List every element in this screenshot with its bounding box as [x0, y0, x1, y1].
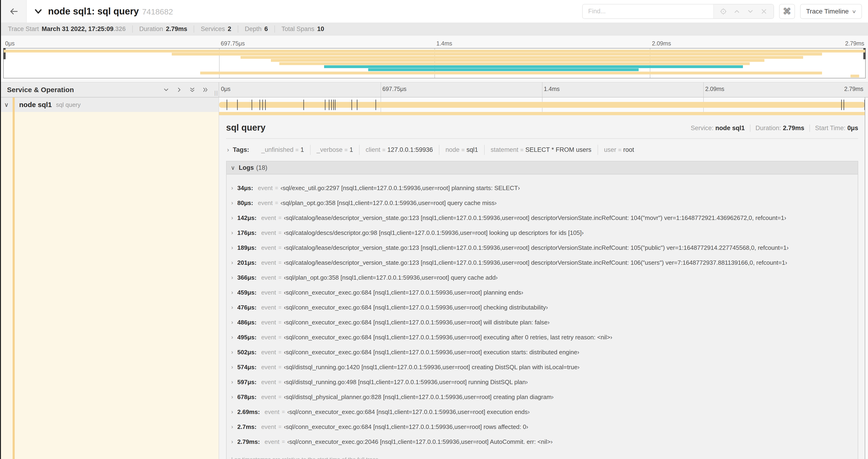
span-service-name: node sql1	[19, 101, 52, 109]
log-timestamp: 2.79ms:	[237, 438, 260, 446]
log-row[interactable]: ›80μs:event=‹sql/plan_opt.go:358 [nsql1,…	[226, 195, 858, 210]
log-field-key: event	[261, 393, 276, 401]
log-row[interactable]: ›34μs:event=‹sql/exec_util.go:2297 [nsql…	[226, 181, 858, 195]
log-field-key: event	[261, 274, 276, 281]
trace-collapse-chevron-icon[interactable]	[34, 7, 43, 16]
span-operation-name: sql query	[56, 101, 81, 108]
expand-one-icon[interactable]	[176, 86, 183, 93]
log-expand-chevron-icon: ›	[231, 304, 233, 311]
focus-match-icon[interactable]	[717, 6, 729, 17]
log-equals: =	[276, 215, 284, 221]
log-field-value: ‹sql/distsql_running.go:498 [nsql1,clien…	[284, 379, 528, 386]
log-row[interactable]: ›201μs:event=‹sql/catalog/lease/descript…	[226, 255, 858, 270]
log-equals: =	[276, 289, 284, 296]
log-equals: =	[276, 394, 284, 400]
log-row[interactable]: ›476μs:event=‹sql/conn_executor_exec.go:…	[226, 300, 858, 315]
back-button[interactable]	[1, 0, 27, 23]
log-field-key: event	[261, 379, 276, 386]
chevron-down-icon: ∨	[852, 9, 856, 14]
collapse-one-icon[interactable]	[163, 86, 169, 93]
log-row[interactable]: ›597μs:event=‹sql/distsql_running.go:498…	[226, 374, 858, 390]
span-collapse-chevron-icon[interactable]: ∨	[4, 101, 12, 108]
prev-match-icon[interactable]	[731, 6, 743, 17]
minimap-span-bar	[279, 62, 750, 65]
logs-header[interactable]: ∨ Logs (18)	[226, 161, 858, 174]
log-row[interactable]: ›2.7ms:event=‹sql/conn_executor_exec.go:…	[226, 419, 858, 434]
span-row-name-cell[interactable]: ∨ node sql1 sql query	[1, 97, 219, 112]
log-row[interactable]: ›486μs:event=‹sql/conn_executor_exec.go:…	[226, 315, 858, 330]
column-resize-handle[interactable]: ||	[214, 90, 218, 96]
expand-all-icon[interactable]	[202, 86, 209, 93]
log-row[interactable]: ›189μs:event=‹sql/catalog/lease/descript…	[226, 240, 858, 255]
log-field-value: ‹sql/distsql_running.go:1420 [nsql1,clie…	[284, 364, 579, 371]
span-duration-bar[interactable]	[219, 102, 865, 108]
log-field-key: event	[261, 304, 276, 311]
log-field-value: ‹sql/catalog/descs/descriptor.go:98 [nsq…	[284, 229, 584, 236]
tags-row[interactable]: › Tags: _unfinished=1_verbose=1client=12…	[226, 145, 858, 155]
log-field-key: event	[258, 199, 273, 207]
keyboard-shortcuts-button[interactable]: ⌘	[779, 4, 795, 19]
log-field-value: ‹sql/plan_opt.go:358 [nsql1,client=127.0…	[280, 199, 497, 207]
log-timestamp: 495μs:	[237, 334, 256, 341]
ruler-tick-label: 2.09ms	[652, 40, 671, 47]
log-marker-tick	[843, 100, 844, 110]
logs-label: Logs	[239, 164, 254, 171]
log-row[interactable]: ›366μs:event=‹sql/plan_opt.go:358 [nsql1…	[226, 270, 858, 285]
log-marker-tick	[357, 100, 358, 110]
log-row[interactable]: ›176μs:event=‹sql/catalog/descs/descript…	[226, 225, 858, 240]
log-row[interactable]: ›495μs:event=‹sql/conn_executor_exec.go:…	[226, 330, 858, 345]
find-input[interactable]	[583, 4, 713, 19]
log-equals: =	[276, 260, 284, 266]
tag-item: statement=SELECT * FROM users	[484, 145, 597, 155]
log-timestamp: 2.69ms:	[237, 408, 260, 416]
log-row[interactable]: ›2.79ms:event=‹sql/conn_executor_exec.go…	[226, 434, 858, 449]
log-expand-chevron-icon: ›	[231, 244, 233, 251]
log-field-key: event	[261, 423, 276, 431]
log-row[interactable]: ›502μs:event=‹sql/conn_executor_exec.go:…	[226, 345, 858, 360]
log-equals: =	[276, 334, 284, 340]
log-row[interactable]: ›142μs:event=‹sql/catalog/lease/descript…	[226, 210, 858, 225]
log-field-key: event	[265, 408, 280, 416]
log-timestamp: 201μs:	[237, 259, 256, 266]
log-row[interactable]: ›459μs:event=‹sql/conn_executor_exec.go:…	[226, 285, 858, 300]
trace-minimap-canvas[interactable]	[3, 48, 866, 78]
log-expand-chevron-icon: ›	[231, 215, 233, 221]
log-row[interactable]: ›574μs:event=‹sql/distsql_running.go:142…	[226, 360, 858, 374]
next-match-icon[interactable]	[745, 6, 756, 17]
trace-id-short: 7418682	[142, 7, 173, 16]
span-meta-item: Duration:2.79ms	[750, 125, 809, 132]
log-field-key: event	[261, 229, 276, 236]
find-group	[582, 4, 774, 19]
logs-list: ›34μs:event=‹sql/exec_util.go:2297 [nsql…	[226, 174, 858, 449]
ruler-tick-label: 697.75μs	[221, 40, 245, 47]
log-expand-chevron-icon: ›	[231, 349, 233, 355]
log-field-key: event	[261, 289, 276, 296]
log-field-value: ‹sql/catalog/lease/descriptor_version_st…	[284, 244, 788, 252]
log-equals: =	[276, 304, 284, 311]
log-timestamp: 34μs:	[237, 185, 253, 192]
span-bar-row[interactable]	[219, 97, 865, 112]
ruler-tick-label: 2.79ms	[844, 86, 863, 92]
span-color-accent	[12, 112, 15, 459]
collapse-all-icon[interactable]	[189, 86, 196, 93]
log-row[interactable]: ›2.69ms:event=‹sql/conn_executor_exec.go…	[226, 404, 858, 419]
vertical-scrollbar[interactable]	[865, 97, 868, 459]
ruler-gridline	[380, 82, 381, 97]
log-field-key: event	[261, 259, 276, 266]
log-expand-chevron-icon: ›	[231, 364, 233, 370]
log-field-key: event	[261, 244, 276, 252]
log-marker-tick	[303, 100, 304, 110]
log-equals: =	[276, 230, 284, 236]
span-color-accent	[12, 97, 15, 112]
span-detail-title: sql query	[226, 123, 266, 133]
log-marker-tick	[841, 100, 842, 110]
log-expand-chevron-icon: ›	[231, 394, 233, 400]
trace-view-selector-button[interactable]: Trace Timeline∨	[800, 4, 862, 19]
clear-find-icon[interactable]	[758, 6, 770, 17]
minimap-span-bar	[271, 59, 765, 62]
log-marker-tick	[375, 100, 376, 110]
span-detail-name-column	[1, 112, 219, 459]
log-row[interactable]: ›678μs:event=‹sql/distsql_physical_plann…	[226, 390, 858, 404]
log-marker-tick	[262, 100, 263, 110]
ruler-gridline	[703, 82, 704, 97]
